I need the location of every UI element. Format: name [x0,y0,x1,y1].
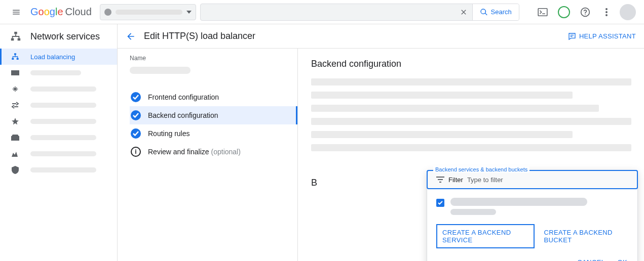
create-backend-service-button[interactable]: CREATE A BACKEND SERVICE [436,224,535,248]
sidebar-item[interactable] [0,65,117,81]
close-icon [460,8,468,16]
sidebar-icon [10,151,20,157]
sidebar-icon [10,166,20,174]
content: Edit HTTP(S) load balancer HELP ASSISTAN… [118,24,644,261]
sidebar-item[interactable] [0,129,117,146]
sidebar-item[interactable] [0,113,117,129]
sidebar-icon [10,70,20,76]
account-button[interactable] [618,2,638,22]
logo-google: Google [30,6,63,18]
search-button[interactable]: Search [472,4,519,20]
ok-button[interactable]: OK [617,258,627,261]
svg-rect-15 [438,179,443,180]
sidebar-item-redacted [30,70,81,75]
popup-actions: CREATE A BACKEND SERVICE CREATE A BACKEN… [436,224,628,248]
sidebar-icon [10,118,20,125]
filter-row[interactable]: Filter Type to filter [427,170,637,189]
sidebar-item[interactable] [0,146,117,162]
sidebar-item[interactable] [0,81,117,97]
info-icon: i [131,147,141,157]
sidebar-icon [10,102,20,109]
page-title: Edit HTTP(S) load balancer [144,31,255,41]
help-assistant-button[interactable]: HELP ASSISTANT [568,32,636,40]
sidebar-title: Network services [0,24,117,49]
check-icon [131,110,141,120]
sidebar-item-redacted [30,135,96,140]
help-button[interactable] [575,2,595,22]
sidebar: Network services Load balancing [0,24,118,261]
sidebar-item[interactable] [0,162,117,178]
page-header: Edit HTTP(S) load balancer HELP ASSISTAN… [118,24,644,49]
sidebar-item-redacted [30,86,96,92]
sidebar-item-load-balancing[interactable]: Load balancing [0,49,117,65]
sidebar-icon [10,85,20,93]
redacted-pill [450,209,496,215]
menu-button[interactable] [6,2,26,22]
redacted-line [311,118,631,125]
backend-option-text [450,198,587,215]
search-icon [480,8,488,16]
search-clear-button[interactable] [455,8,472,16]
step-label: Review and finalize (optional) [148,148,241,156]
project-name-redacted [116,10,182,15]
checkbox-checked[interactable] [436,199,444,207]
sidebar-list: Load balancing [0,49,117,178]
cloud-shell-button[interactable] [533,2,553,22]
sidebar-item[interactable] [0,97,117,113]
svg-point-2 [585,14,586,15]
svg-point-4 [605,11,608,13]
sidebar-item-redacted [30,151,96,156]
logo-cloud: Cloud [65,6,92,18]
help-icon [580,7,590,17]
step-backend[interactable]: Backend configuration [130,106,297,124]
more-vert-icon [605,8,608,16]
redacted-line [311,78,631,85]
svg-rect-16 [439,182,441,183]
arrow-left-icon [126,31,136,41]
cancel-button[interactable]: CANCEL [577,258,605,261]
redacted-line [311,131,573,138]
svg-rect-14 [436,177,444,178]
avatar-icon [620,4,636,20]
more-button[interactable] [596,2,617,22]
step-routing[interactable]: Routing rules [130,124,285,143]
popup-legend: Backend services & backend buckets [433,166,529,172]
left-column: Name Frontend configuration Backend conf… [118,49,298,261]
svg-point-3 [605,8,608,10]
sidebar-item-redacted [30,167,96,172]
redacted-line [311,92,573,99]
backend-picker-popup: Backend services & backend buckets Filte… [427,170,638,261]
help-assistant-label: HELP ASSISTANT [579,32,636,40]
step-frontend[interactable]: Frontend configuration [130,88,285,106]
svg-rect-0 [538,8,547,15]
svg-rect-12 [11,70,19,75]
svg-point-5 [605,14,608,16]
svg-rect-9 [14,53,16,55]
backend-config-title: Backend configuration [311,59,638,69]
popup-body: CREATE A BACKEND SERVICE CREATE A BACKEN… [427,189,637,253]
step-review[interactable]: i Review and finalize (optional) [130,143,285,161]
logo[interactable]: Google Cloud [30,6,92,18]
search-button-label: Search [491,8,512,16]
top-bar: Google Cloud Search [0,0,644,24]
step-label: Routing rules [148,129,190,138]
sidebar-item-label: Load balancing [30,53,75,61]
step-label: Frontend configuration [148,93,219,101]
svg-rect-8 [18,38,20,41]
check-icon [131,92,141,102]
top-right-actions [533,2,638,22]
search-input[interactable] [201,4,455,20]
svg-rect-6 [14,32,17,34]
sidebar-item-redacted [30,103,96,108]
svg-rect-13 [11,136,19,141]
hamburger-icon [12,8,21,17]
redacted-line [311,105,599,112]
chat-icon [568,32,576,40]
project-picker[interactable] [100,4,196,20]
search-bar: Search [200,4,519,21]
create-backend-bucket-button[interactable]: CREATE A BACKEND BUCKET [544,229,628,244]
backend-option-row[interactable] [436,198,628,215]
caret-down-icon [186,11,192,14]
status-indicator[interactable] [554,2,574,22]
back-button[interactable] [126,31,136,41]
